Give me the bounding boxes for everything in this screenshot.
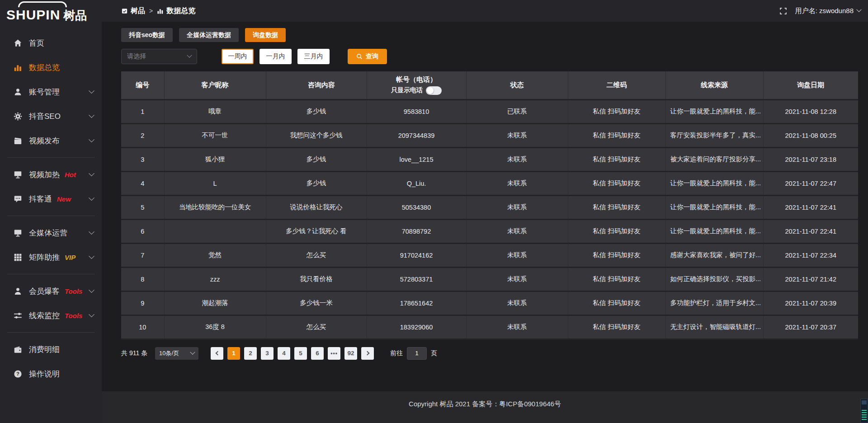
more-pages-button[interactable]: ••• xyxy=(328,347,340,360)
cell-nickname: 不可一世 xyxy=(164,123,266,147)
topbar: 树品 > 数据总览 用户名: zswodun88 xyxy=(102,0,868,22)
prev-page-button[interactable] xyxy=(211,347,223,360)
page-number-button[interactable]: 5 xyxy=(294,347,307,360)
chevron-down-icon xyxy=(187,53,192,58)
table-row: 10 36度 8 怎么买 183929060 未联系 私信 扫码加好友 无主灯设… xyxy=(121,315,858,339)
page-number-button[interactable]: 3 xyxy=(261,347,274,360)
cell-content: 多少钱 xyxy=(266,99,367,123)
breadcrumb-current[interactable]: 数据总览 xyxy=(157,6,195,16)
sidebar-item-bar-chart[interactable]: 数据总览 xyxy=(0,55,102,80)
cell-source-link[interactable]: 让你一眼就爱上的黑科技，能... xyxy=(665,99,763,123)
cell-no: 3 xyxy=(121,147,164,171)
data-tabs: 抖音seo数据 全媒体运营数据 询盘数据 xyxy=(121,28,858,42)
phone-only-toggle[interactable] xyxy=(426,86,442,95)
sidebar-item-clapperboard[interactable]: 视频发布 xyxy=(0,128,102,153)
sidebar-item-grid[interactable]: 矩阵助推 VIP xyxy=(0,245,102,269)
sidebar-item-sliders[interactable]: 线索监控 Tools xyxy=(0,303,102,328)
cell-qrcode-link[interactable]: 私信 扫码加好友 xyxy=(568,99,665,123)
browser-extension-widget[interactable] xyxy=(860,399,868,423)
header-account-title: 帐号（电话） xyxy=(368,75,466,84)
cell-date: 2021-11-08 00:25 xyxy=(763,123,858,147)
cell-no: 1 xyxy=(121,99,164,123)
cell-qrcode-link[interactable]: 私信 扫码加好友 xyxy=(568,315,665,339)
search-button[interactable]: 查询 xyxy=(348,49,387,64)
sidebar-item-badge: Tools xyxy=(65,287,82,295)
filter-select[interactable]: 请选择 xyxy=(121,49,197,64)
cell-status: 未联系 xyxy=(466,267,568,291)
cell-no: 7 xyxy=(121,243,164,267)
search-button-label: 查询 xyxy=(366,52,378,61)
logo-arc-decoration xyxy=(18,1,67,7)
question-icon: ? xyxy=(14,370,22,378)
cell-source-link[interactable]: 感谢大家喜欢我家，被问了好... xyxy=(665,243,763,267)
page-number-button-active[interactable]: 1 xyxy=(227,347,240,360)
cell-source-link[interactable]: 被大家追着问的客厅投影分享... xyxy=(665,147,763,171)
user-menu[interactable]: 用户名: zswodun88 xyxy=(795,7,861,15)
next-page-button[interactable] xyxy=(361,347,374,360)
sidebar-item-user[interactable]: 账号管理 xyxy=(0,80,102,104)
tab-button-2[interactable]: 全媒体运营数据 xyxy=(179,28,239,42)
cell-no: 9 xyxy=(121,291,164,315)
sidebar-item-home[interactable]: 首页 xyxy=(0,31,102,55)
cell-nickname: L xyxy=(164,171,266,195)
page-number-button[interactable]: 2 xyxy=(244,347,257,360)
goto-page-input[interactable]: 1 xyxy=(407,347,427,360)
wallet-icon xyxy=(14,345,22,354)
range-button-2[interactable]: 一月内 xyxy=(259,49,292,64)
table-row: 1 哦章 多少钱 9583810 已联系 私信 扫码加好友 让你一眼就爱上的黑科… xyxy=(121,99,858,123)
page-number-button[interactable]: 92 xyxy=(344,347,357,360)
cell-qrcode-link[interactable]: 私信 扫码加好友 xyxy=(568,123,665,147)
tab-button-1[interactable]: 抖音seo数据 xyxy=(121,28,173,42)
table-row: 3 狐小狸 多少钱 love__1215 未联系 私信 扫码加好友 被大家追着问… xyxy=(121,147,858,171)
cell-nickname xyxy=(164,219,266,243)
cell-source-link[interactable]: 让你一眼就爱上的黑科技，能... xyxy=(665,195,763,219)
cell-status: 未联系 xyxy=(466,171,568,195)
chevron-down-icon xyxy=(856,7,861,12)
sidebar-item-label: 抖客通 xyxy=(29,194,52,204)
cell-account: 50534380 xyxy=(367,195,466,219)
cell-qrcode-link[interactable]: 私信 扫码加好友 xyxy=(568,195,665,219)
breadcrumb-current-label: 数据总览 xyxy=(166,6,195,16)
cell-qrcode-link[interactable]: 私信 扫码加好友 xyxy=(568,291,665,315)
tab-button-3[interactable]: 询盘数据 xyxy=(245,28,286,42)
sidebar-item-label: 数据总览 xyxy=(29,62,60,73)
member-icon xyxy=(14,287,22,296)
sidebar-item-chat[interactable]: 抖客通 New xyxy=(0,187,102,211)
chevron-left-icon xyxy=(215,351,220,356)
sidebar-item-wallet[interactable]: 消费明细 xyxy=(0,337,102,362)
cell-account: 572803371 xyxy=(367,267,466,291)
sidebar-item-member[interactable]: 会员爆客 Tools xyxy=(0,279,102,303)
cell-source-link[interactable]: 多功能护栏灯，适用于乡村文... xyxy=(665,291,763,315)
inquiry-table: 编号 客户昵称 咨询内容 帐号（电话） 只显示电话 状态 二维码 线索来源 询盘… xyxy=(121,71,858,340)
sidebar-item-question[interactable]: ? 操作说明 xyxy=(0,362,102,386)
cell-content: 我只看价格 xyxy=(266,267,367,291)
cell-source-link[interactable]: 客厅安装投影半年多了，真实... xyxy=(665,123,763,147)
range-button-1[interactable]: 一周内 xyxy=(222,49,254,64)
page-number-button[interactable]: 6 xyxy=(311,347,324,360)
sidebar-item-monitor[interactable]: 全媒体运营 xyxy=(0,221,102,245)
cell-content: 怎么买 xyxy=(266,315,367,339)
range-button-3[interactable]: 三月内 xyxy=(297,49,330,64)
cell-source-link[interactable]: 让你一眼就爱上的黑科技，能... xyxy=(665,219,763,243)
cell-qrcode-link[interactable]: 私信 扫码加好友 xyxy=(568,219,665,243)
cell-source-link[interactable]: 无主灯设计，智能磁吸轨道灯... xyxy=(665,315,763,339)
cell-no: 2 xyxy=(121,123,164,147)
sidebar-item-gear[interactable]: 抖音SEO xyxy=(0,104,102,128)
sidebar-item-label: 账号管理 xyxy=(29,87,60,97)
header-content: 咨询内容 xyxy=(266,71,367,99)
cell-qrcode-link[interactable]: 私信 扫码加好友 xyxy=(568,267,665,291)
cell-source-link[interactable]: 如何正确选择投影仪，买投影... xyxy=(665,267,763,291)
page-size-value: 10条/页 xyxy=(159,349,179,357)
page-size-select[interactable]: 10条/页 xyxy=(155,347,198,360)
cell-qrcode-link[interactable]: 私信 扫码加好友 xyxy=(568,171,665,195)
cell-qrcode-link[interactable]: 私信 扫码加好友 xyxy=(568,243,665,267)
cell-qrcode-link[interactable]: 私信 扫码加好友 xyxy=(568,147,665,171)
cell-source-link[interactable]: 让你一眼就爱上的黑科技，能... xyxy=(665,171,763,195)
sidebar-divider xyxy=(7,274,94,274)
sidebar-item-heat-screen[interactable]: 视频加热 Hot xyxy=(0,162,102,187)
page-number-button[interactable]: 4 xyxy=(278,347,290,360)
breadcrumb-root[interactable]: 树品 xyxy=(121,6,145,16)
breadcrumb-root-label: 树品 xyxy=(131,6,145,16)
fullscreen-icon[interactable] xyxy=(779,7,787,15)
chevron-down-icon xyxy=(190,349,195,354)
